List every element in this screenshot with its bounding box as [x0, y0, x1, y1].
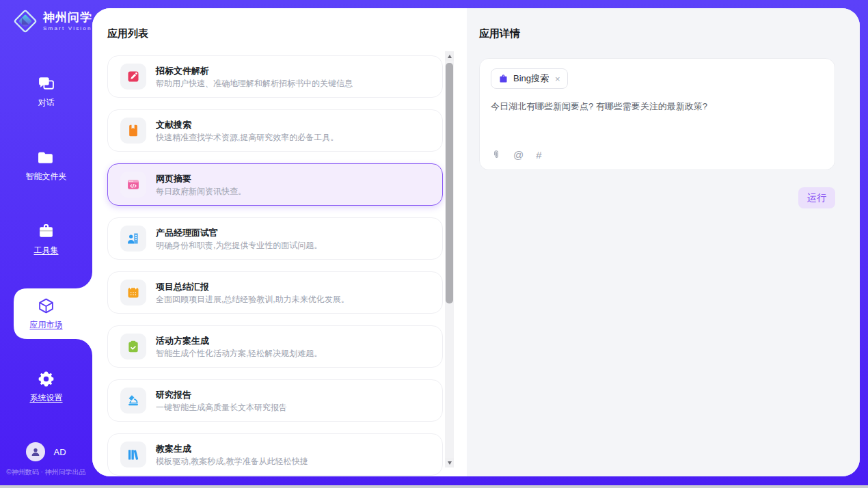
app-card-title: 产品经理面试官: [156, 227, 322, 239]
app-card[interactable]: 研究报告一键智能生成高质量长文本研究报告: [107, 379, 443, 422]
app-card-text: 研究报告一键智能生成高质量长文本研究报告: [156, 389, 287, 413]
triangle-down-icon: [448, 461, 452, 465]
app-icon-tile: [120, 64, 146, 90]
sidebar-item-chat[interactable]: 对话: [0, 75, 92, 109]
app-icon-tile: [120, 388, 146, 414]
brand-subtitle: Smart Vision: [43, 25, 92, 31]
app-card-description: 明确身份和职责,为您提供专业性的面试问题。: [156, 241, 322, 251]
app-card-title: 网页摘要: [156, 173, 246, 185]
app-icon-tile: [120, 172, 146, 198]
app-card-text: 招标文件解析帮助用户快速、准确地理解和解析招标书中的关键信息: [156, 65, 353, 89]
app-card-title: 招标文件解析: [156, 65, 353, 77]
scroll-up-button[interactable]: [445, 51, 454, 61]
edit-square-icon: [126, 70, 140, 83]
app-card[interactable]: 活动方案生成智能生成个性化活动方案,轻松解决规划难题。: [107, 325, 443, 368]
sidebar-item-label: 智能文件夹: [26, 171, 67, 182]
book-icon: [126, 124, 140, 137]
app-card[interactable]: 文献搜索快速精准查找学术资源,提高研究效率的必备工具。: [107, 109, 443, 152]
cube-icon: [38, 297, 55, 314]
sidebar-item-tools[interactable]: 工具集: [0, 223, 92, 256]
window-bottom-edge: [0, 485, 868, 488]
app-icon-tile: [120, 280, 146, 306]
sidebar-item-label: 应用市场: [30, 319, 63, 331]
sidebar-item-app-market[interactable]: 应用市场: [0, 290, 92, 338]
diamond-logo-icon: [12, 8, 38, 34]
user-account[interactable]: AD: [0, 442, 92, 461]
input-toolbar: @ #: [491, 149, 542, 161]
brand-logo: 神州问学 Smart Vision: [12, 8, 92, 34]
app-card-title: 活动方案生成: [156, 335, 322, 347]
app-card-title: 文献搜索: [156, 119, 338, 131]
app-card-description: 快速精准查找学术资源,提高研究效率的必备工具。: [156, 133, 338, 143]
app-card-text: 产品经理面试官明确身份和职责,为您提供专业性的面试问题。: [156, 227, 322, 251]
app-card[interactable]: 招标文件解析帮助用户快速、准确地理解和解析招标书中的关键信息: [107, 55, 443, 98]
close-icon[interactable]: ×: [555, 74, 560, 84]
app-card-description: 模板驱动,教案秒成,教学准备从此轻松快捷: [156, 457, 308, 467]
app-card[interactable]: 教案生成模板驱动,教案秒成,教学准备从此轻松快捷: [107, 433, 443, 476]
sidebar: 神州问学 Smart Vision 对话智能文件夹工具集应用市场系统设置 AD …: [0, 0, 92, 488]
sidebar-item-label: 工具集: [34, 245, 59, 256]
brand-text: 神州问学 Smart Vision: [43, 12, 92, 31]
scrollbar[interactable]: [445, 51, 454, 467]
question-input[interactable]: 今日湖北有哪些新闻要点? 有哪些需要关注的最新政策?: [491, 100, 824, 113]
sidebar-item-folders[interactable]: 智能文件夹: [0, 149, 92, 182]
app-card-description: 智能生成个性化活动方案,轻松解决规划难题。: [156, 349, 322, 359]
user-initials: AD: [53, 447, 66, 457]
app-card-description: 一键智能生成高质量长文本研究报告: [156, 403, 287, 413]
brand-name: 神州问学: [43, 12, 92, 24]
browser-code-icon: [126, 178, 140, 191]
calendar-icon: [126, 286, 140, 299]
app-card[interactable]: 产品经理面试官明确身份和职责,为您提供专业性的面试问题。: [107, 217, 443, 260]
run-row: 运行: [479, 187, 835, 208]
app-card-text: 网页摘要每日政府新闻资讯快查。: [156, 173, 246, 197]
tool-tag-label: Bing搜索: [513, 72, 549, 85]
clipboard-check-icon: [126, 340, 140, 353]
user-icon: [30, 446, 41, 457]
run-button[interactable]: 运行: [798, 187, 835, 208]
app-card-description: 全面回顾项目进展,总结经验教训,助力未来优化发展。: [156, 295, 349, 305]
chat-icon: [38, 75, 55, 92]
books-icon: [126, 448, 140, 461]
app-icon-tile: [120, 442, 146, 467]
hashtag-icon[interactable]: #: [536, 149, 541, 161]
app-card-title: 教案生成: [156, 443, 308, 455]
gear-icon: [38, 370, 55, 388]
scrollbar-thumb[interactable]: [446, 63, 453, 303]
app-card-description: 帮助用户快速、准确地理解和解析招标书中的关键信息: [156, 79, 353, 89]
sidebar-item-label: 对话: [38, 97, 55, 109]
app-list-panel: 应用列表 招标文件解析帮助用户快速、准确地理解和解析招标书中的关键信息文献搜索快…: [92, 8, 467, 476]
sidebar-item-label: 系统设置: [30, 392, 63, 404]
interviewer-icon: [126, 232, 140, 245]
mention-icon[interactable]: @: [513, 149, 524, 161]
briefcase-icon: [38, 223, 55, 240]
microscope-icon: [126, 394, 140, 407]
app-detail-title: 应用详情: [479, 27, 835, 40]
app-card[interactable]: 网页摘要每日政府新闻资讯快查。: [107, 163, 443, 206]
scroll-down-button[interactable]: [445, 458, 454, 467]
sidebar-footer: ©神州数码 · 神州问学出品: [0, 467, 92, 477]
main-panel: 应用列表 招标文件解析帮助用户快速、准确地理解和解析招标书中的关键信息文献搜索快…: [92, 8, 860, 476]
app-icon-tile: [120, 226, 146, 252]
app-list-title: 应用列表: [107, 27, 467, 40]
app-card-title: 项目总结汇报: [156, 281, 349, 293]
app-icon-tile: [120, 334, 146, 360]
prompt-card: Bing搜索 × 今日湖北有哪些新闻要点? 有哪些需要关注的最新政策? @ #: [479, 58, 835, 170]
avatar[interactable]: [26, 442, 45, 461]
folder-icon: [38, 149, 55, 166]
tool-tag-bing-search[interactable]: Bing搜索 ×: [491, 68, 568, 89]
app-card-text: 教案生成模板驱动,教案秒成,教学准备从此轻松快捷: [156, 443, 308, 467]
sidebar-item-settings[interactable]: 系统设置: [0, 370, 92, 404]
briefcase-icon: [498, 74, 508, 84]
app-card-text: 文献搜索快速精准查找学术资源,提高研究效率的必备工具。: [156, 119, 338, 143]
app-window: { "brand": { "name": "神州问学", "subtitle":…: [0, 0, 868, 488]
app-card-text: 项目总结汇报全面回顾项目进展,总结经验教训,助力未来优化发展。: [156, 281, 349, 305]
app-card-text: 活动方案生成智能生成个性化活动方案,轻松解决规划难题。: [156, 335, 322, 359]
app-card-description: 每日政府新闻资讯快查。: [156, 187, 246, 197]
paperclip-icon[interactable]: [491, 149, 501, 161]
app-detail-panel: 应用详情 Bing搜索 × 今日湖北有哪些新闻要点? 有哪些需要关注的最新政策?…: [467, 8, 860, 476]
triangle-up-icon: [448, 55, 452, 58]
app-icon-tile: [120, 118, 146, 144]
app-card[interactable]: 项目总结汇报全面回顾项目进展,总结经验教训,助力未来优化发展。: [107, 271, 443, 314]
app-card-title: 研究报告: [156, 389, 287, 401]
